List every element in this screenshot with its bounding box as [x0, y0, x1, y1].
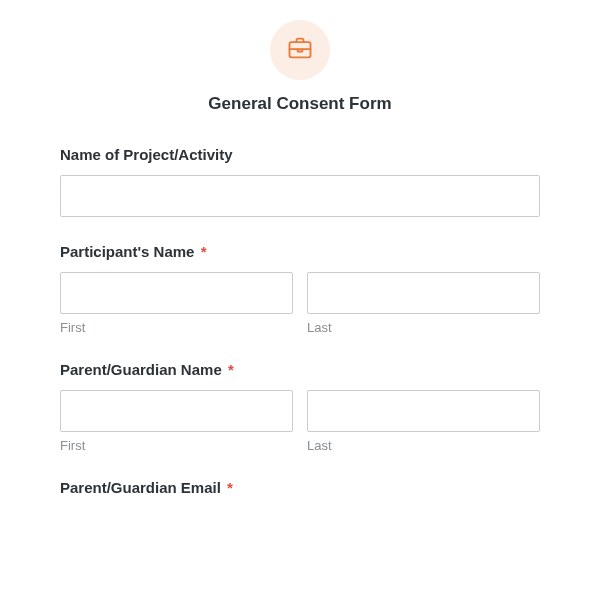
field-project: Name of Project/Activity: [60, 146, 540, 217]
participant-first-input[interactable]: [60, 272, 293, 314]
guardian-first-sublabel: First: [60, 438, 293, 453]
guardian-last-col: Last: [307, 390, 540, 453]
guardian-last-sublabel: Last: [307, 438, 540, 453]
participant-last-sublabel: Last: [307, 320, 540, 335]
form-container: General Consent Form Name of Project/Act…: [0, 0, 600, 496]
briefcase-icon: [286, 34, 314, 66]
participant-label-text: Participant's Name: [60, 243, 194, 260]
required-marker: *: [228, 361, 234, 378]
field-guardian-email: Parent/Guardian Email *: [60, 479, 540, 496]
guardian-email-label-text: Parent/Guardian Email: [60, 479, 221, 496]
participant-last-input[interactable]: [307, 272, 540, 314]
form-title: General Consent Form: [208, 94, 391, 114]
field-participant: Participant's Name * First Last: [60, 243, 540, 335]
guardian-email-label: Parent/Guardian Email *: [60, 479, 540, 496]
participant-last-col: Last: [307, 272, 540, 335]
field-guardian: Parent/Guardian Name * First Last: [60, 361, 540, 453]
guardian-first-col: First: [60, 390, 293, 453]
header-icon-wrap: [270, 20, 330, 80]
project-label: Name of Project/Activity: [60, 146, 540, 163]
required-marker: *: [227, 479, 233, 496]
participant-first-col: First: [60, 272, 293, 335]
guardian-last-input[interactable]: [307, 390, 540, 432]
guardian-first-input[interactable]: [60, 390, 293, 432]
guardian-row: First Last: [60, 390, 540, 453]
guardian-label: Parent/Guardian Name *: [60, 361, 540, 378]
guardian-label-text: Parent/Guardian Name: [60, 361, 222, 378]
project-label-text: Name of Project/Activity: [60, 146, 233, 163]
participant-first-sublabel: First: [60, 320, 293, 335]
project-input[interactable]: [60, 175, 540, 217]
participant-row: First Last: [60, 272, 540, 335]
participant-label: Participant's Name *: [60, 243, 540, 260]
form-header: General Consent Form: [60, 20, 540, 114]
required-marker: *: [201, 243, 207, 260]
